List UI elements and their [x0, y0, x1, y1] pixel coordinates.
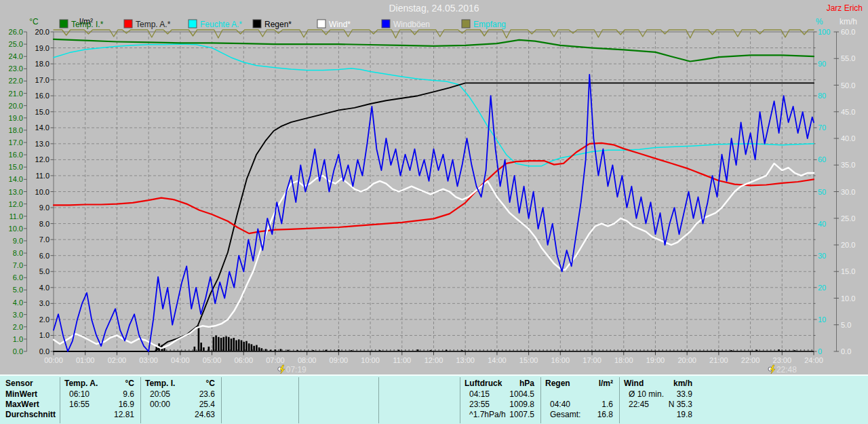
svg-text:20.0: 20.0: [9, 102, 23, 110]
rain-bars: [156, 326, 796, 351]
svg-text:15:00: 15:00: [519, 356, 538, 364]
svg-text:15.0: 15.0: [841, 267, 855, 275]
svg-text:6.0: 6.0: [13, 273, 23, 282]
svg-text:20.0: 20.0: [841, 241, 855, 249]
stat-value: 23.6: [140, 389, 215, 399]
svg-text:9.0: 9.0: [39, 204, 50, 212]
svg-text:35.0: 35.0: [841, 161, 855, 169]
svg-text:1.0: 1.0: [39, 331, 50, 339]
svg-text:70: 70: [818, 123, 826, 132]
svg-text:19.0: 19.0: [35, 44, 50, 52]
marker-time-label: 07:19: [286, 365, 307, 374]
svg-text:14.0: 14.0: [35, 123, 50, 132]
stat-value: 1.6: [540, 400, 613, 409]
stat-value: 12.81: [60, 410, 134, 419]
svg-text:0.0: 0.0: [841, 347, 851, 355]
svg-text:16.0: 16.0: [9, 151, 23, 159]
svg-text:6.0: 6.0: [39, 252, 50, 260]
event-marker-0719: 07:19: [278, 365, 307, 374]
legend-label: Temp. A.*: [136, 20, 171, 29]
svg-text:20:00: 20:00: [677, 356, 696, 364]
legend-item-windben[interactable]: Windböen: [382, 20, 430, 29]
svg-text:11.0: 11.0: [35, 172, 50, 180]
svg-text:60.0: 60.0: [841, 28, 855, 36]
svg-text:07:00: 07:00: [266, 356, 285, 364]
legend: Temp. I.*Temp. A.*Feuchte A.*Regen*Wind*…: [60, 20, 506, 29]
stat-value: 1007.5: [460, 410, 534, 419]
svg-text:100: 100: [818, 28, 830, 36]
stat-value: 25.4: [140, 400, 215, 409]
svg-text:80: 80: [818, 92, 826, 100]
svg-text:23.0: 23.0: [9, 64, 23, 73]
table-divider: [378, 377, 379, 423]
svg-text:2.0: 2.0: [13, 323, 23, 331]
stats-table: SensorMinWertMaxWertDurchschnittTemp. A.…: [0, 374, 868, 424]
svg-text:7.0: 7.0: [13, 261, 23, 269]
svg-text:24.0: 24.0: [9, 52, 23, 60]
svg-text:05:00: 05:00: [203, 356, 222, 364]
svg-text:5.0: 5.0: [841, 321, 851, 329]
svg-text:25.0: 25.0: [9, 40, 23, 48]
legend-label: Regen*: [264, 20, 292, 29]
svg-text:23:00: 23:00: [773, 356, 792, 364]
legend-item-empfang[interactable]: Empfang: [462, 20, 506, 29]
section-unit: hPa: [460, 379, 534, 388]
svg-text:4.0: 4.0: [13, 298, 23, 307]
svg-text:12:00: 12:00: [425, 356, 443, 364]
svg-text:11.0: 11.0: [9, 212, 23, 220]
svg-text:15.0: 15.0: [35, 108, 50, 116]
legend-item-tempa[interactable]: Temp. A.*: [124, 20, 171, 29]
svg-text:30: 30: [818, 252, 826, 260]
svg-text:24:00: 24:00: [804, 356, 823, 364]
stat-value: 1004.5: [460, 389, 534, 399]
stat-value: N 35.3: [619, 400, 692, 409]
svg-text:20.0: 20.0: [35, 28, 50, 36]
legend-item-regen[interactable]: Regen*: [253, 20, 292, 29]
svg-text:19:00: 19:00: [646, 356, 665, 364]
svg-text:9.0: 9.0: [13, 237, 23, 245]
legend-swatch: [124, 20, 132, 28]
svg-text:18.0: 18.0: [9, 126, 23, 134]
svg-text:14:00: 14:00: [488, 356, 507, 364]
event-marker-2248: 22:48: [768, 365, 797, 374]
section-unit: l/m²: [540, 379, 613, 388]
svg-text:10:00: 10:00: [361, 356, 380, 364]
legend-label: Wind*: [329, 20, 351, 29]
legend-item-feuchtea[interactable]: Feuchte A.*: [189, 20, 242, 29]
row-label-durchschnitt: Durchschnitt: [5, 410, 56, 419]
svg-text:45.0: 45.0: [841, 108, 855, 116]
stat-value: 9.6: [60, 389, 134, 399]
svg-text:0.0: 0.0: [39, 347, 50, 355]
svg-text:13.0: 13.0: [9, 188, 23, 196]
gridlines: [54, 32, 814, 351]
stat-value: 33.9: [619, 389, 692, 399]
svg-text:22.0: 22.0: [9, 77, 23, 85]
row-label-sensor: Sensor: [5, 379, 33, 388]
svg-text:10: 10: [818, 315, 826, 324]
svg-text:2.0: 2.0: [39, 315, 50, 324]
svg-text:12.0: 12.0: [9, 200, 23, 208]
svg-text:06:00: 06:00: [234, 356, 253, 364]
legend-label: Temp. I.*: [71, 20, 104, 29]
lightning-icon: [770, 365, 775, 374]
svg-text:5.0: 5.0: [13, 286, 23, 294]
weather-app-window: Dienstag, 24.05.2016 Jarz Erich 0.01.02.…: [0, 0, 868, 424]
svg-text:5.0: 5.0: [39, 267, 50, 275]
svg-text:3.0: 3.0: [13, 311, 23, 319]
svg-text:10.0: 10.0: [35, 188, 50, 196]
stat-value: 16.8: [540, 410, 613, 419]
svg-text:55.0: 55.0: [841, 54, 855, 62]
legend-item-wind[interactable]: Wind*: [317, 20, 351, 29]
unit-humidity: %: [816, 17, 823, 26]
section-unit: °C: [60, 379, 134, 388]
svg-text:13:00: 13:00: [456, 356, 475, 364]
svg-text:8.0: 8.0: [13, 249, 23, 257]
svg-text:03:00: 03:00: [139, 356, 158, 364]
legend-swatch: [382, 20, 390, 28]
svg-text:17.0: 17.0: [9, 138, 23, 147]
svg-text:11:00: 11:00: [393, 356, 411, 364]
legend-swatch: [189, 20, 197, 28]
legend-item-tempi[interactable]: Temp. I.*: [60, 20, 104, 29]
svg-text:26.0: 26.0: [9, 28, 23, 36]
svg-text:02:00: 02:00: [108, 356, 127, 364]
